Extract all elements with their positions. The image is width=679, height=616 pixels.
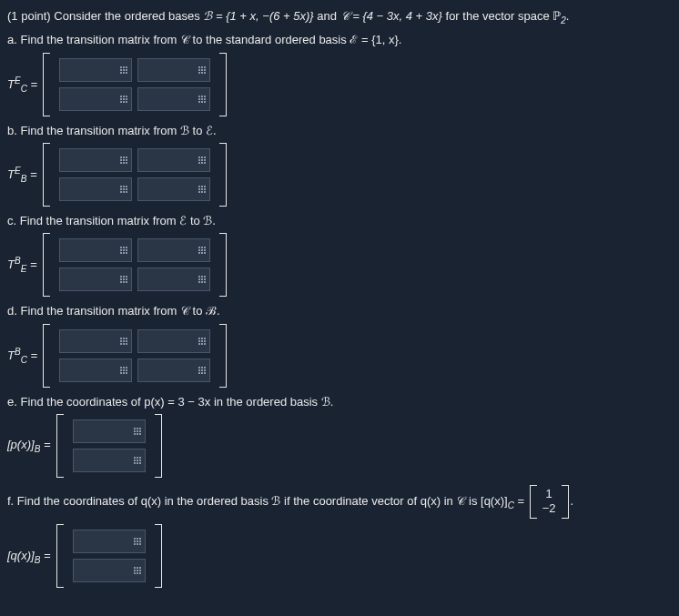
bracket-left — [56, 524, 64, 588]
part-a-lhs: TEC = — [7, 76, 37, 94]
sup: B — [15, 256, 21, 266]
bracket-right — [219, 324, 227, 388]
part-b-label: b. Find the transition matrix from ℬ to … — [7, 124, 672, 137]
basis-c: 𝒞 = {4 − 3x, 4 + 3x} — [340, 9, 442, 23]
matrix-input[interactable] — [59, 87, 132, 111]
sub: C — [21, 84, 27, 94]
part-c: c. Find the transition matrix from ℰ to … — [7, 214, 672, 297]
part-f-text: f. Find the coordinates of q(x) in the o… — [7, 494, 508, 508]
sub: C — [508, 500, 514, 510]
grip-icon — [198, 157, 206, 164]
grip-icon — [198, 66, 206, 74]
sup: E — [15, 76, 21, 86]
grip-icon — [120, 367, 127, 374]
part-e-lhs: [p(x)]B = — [7, 438, 51, 454]
intro-text-3: for the vector space — [446, 9, 553, 23]
sub: C — [21, 355, 27, 365]
vec-top: 1 — [542, 487, 556, 502]
part-a: a. Find the transition matrix from 𝒞 to … — [7, 33, 672, 116]
vector-f — [69, 524, 149, 588]
bracket-left — [56, 414, 64, 478]
part-f-label: f. Find the coordinates of q(x) in the o… — [7, 485, 672, 520]
matrix-input[interactable] — [59, 238, 132, 262]
bracket-right — [562, 485, 569, 520]
bracket-left — [43, 53, 50, 116]
coord-symbol: [q(x)] — [7, 549, 35, 562]
bracket-right — [219, 143, 227, 207]
bracket-left — [43, 324, 50, 388]
t-symbol: T — [7, 258, 15, 271]
grip-icon — [120, 157, 127, 164]
matrix-input[interactable] — [59, 148, 132, 172]
bracket-left — [43, 233, 50, 297]
part-f-lhs: [q(x)]B = — [7, 549, 51, 565]
part-b-lhs: TEB = — [7, 166, 37, 184]
matrix-input[interactable] — [73, 559, 146, 582]
eq-text: = — [514, 494, 528, 508]
sup: B — [15, 347, 21, 357]
matrix-input[interactable] — [59, 329, 132, 353]
eq: = — [26, 258, 36, 271]
matrix-b — [56, 143, 214, 207]
grip-icon — [198, 338, 206, 345]
matrix-a — [56, 53, 214, 116]
grip-icon — [198, 96, 206, 103]
part-e: e. Find the coordinates of p(x) = 3 − 3x… — [7, 395, 672, 478]
grip-icon — [120, 96, 127, 103]
matrix-input[interactable] — [73, 449, 146, 472]
grip-icon — [134, 538, 141, 545]
bracket-left — [43, 143, 50, 207]
grip-icon — [120, 66, 127, 74]
part-a-label: a. Find the transition matrix from 𝒞 to … — [7, 33, 672, 47]
t-symbol: T — [7, 167, 15, 181]
matrix-d — [56, 324, 214, 388]
matrix-input[interactable] — [137, 148, 210, 172]
grip-icon — [120, 186, 127, 193]
grip-icon — [134, 567, 141, 574]
eq: = — [40, 438, 50, 451]
matrix-input[interactable] — [137, 87, 210, 111]
problem-intro: (1 point) Consider the ordered bases ℬ =… — [7, 7, 672, 27]
bracket-left — [530, 485, 537, 520]
eq: = — [40, 549, 50, 562]
matrix-input[interactable] — [73, 530, 146, 553]
grip-icon — [120, 247, 127, 254]
intro-text-1: Consider the ordered bases — [54, 9, 203, 23]
part-e-label: e. Find the coordinates of p(x) = 3 − 3x… — [7, 395, 672, 409]
matrix-input[interactable] — [137, 177, 210, 201]
space-symbol: ℙ — [552, 9, 561, 23]
bracket-right — [219, 53, 227, 116]
matrix-c — [56, 233, 214, 297]
matrix-input[interactable] — [137, 58, 210, 82]
t-symbol: T — [7, 77, 15, 91]
eq: = — [27, 77, 37, 91]
part-d: d. Find the transition matrix from 𝒞 to … — [7, 304, 672, 388]
grip-icon — [134, 457, 141, 464]
grip-icon — [198, 276, 206, 283]
matrix-input[interactable] — [137, 238, 210, 262]
grip-icon — [120, 338, 127, 345]
part-d-lhs: TBC = — [7, 347, 37, 365]
grip-icon — [198, 367, 206, 374]
matrix-input[interactable] — [137, 268, 210, 291]
intro-period: . — [566, 9, 570, 23]
bracket-right — [155, 524, 162, 588]
points-label: (1 point) — [7, 9, 51, 23]
grip-icon — [134, 428, 141, 435]
matrix-input[interactable] — [59, 177, 132, 201]
intro-text-2: and — [317, 9, 340, 23]
matrix-input[interactable] — [137, 358, 210, 382]
matrix-input[interactable] — [59, 268, 132, 291]
matrix-input[interactable] — [59, 358, 132, 382]
sup: E — [15, 166, 21, 176]
matrix-input[interactable] — [73, 419, 146, 443]
part-b: b. Find the transition matrix from ℬ to … — [7, 124, 672, 207]
bracket-right — [219, 233, 227, 297]
grip-icon — [198, 186, 206, 193]
matrix-input[interactable] — [137, 329, 210, 353]
vec-bot: −2 — [542, 501, 556, 517]
basis-b: ℬ = {1 + x, −(6 + 5x)} — [203, 9, 313, 23]
t-symbol: T — [7, 348, 15, 362]
matrix-input[interactable] — [59, 58, 132, 82]
vector-e — [69, 414, 149, 478]
